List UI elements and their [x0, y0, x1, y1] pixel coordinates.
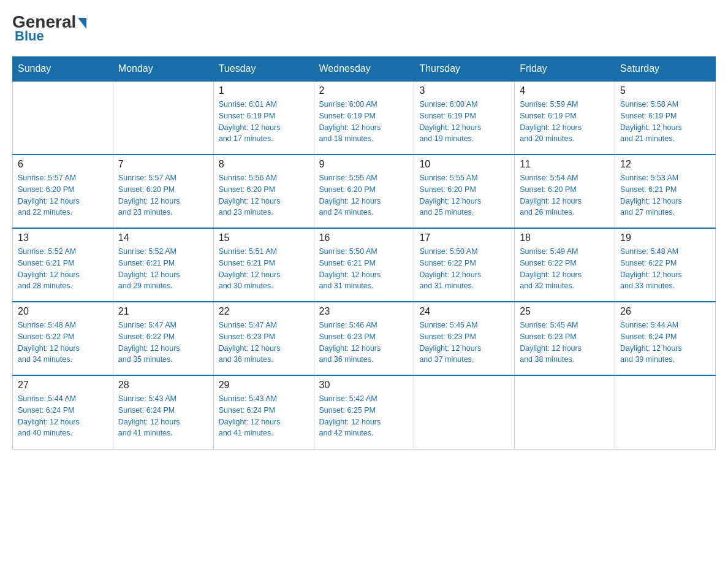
calendar-header-row: SundayMondayTuesdayWednesdayThursdayFrid… — [13, 57, 716, 82]
calendar-header-saturday: Saturday — [615, 57, 716, 82]
calendar-cell: 8Sunrise: 5:56 AMSunset: 6:20 PMDaylight… — [213, 155, 314, 228]
day-number: 15 — [219, 232, 309, 243]
calendar-cell: 24Sunrise: 5:45 AMSunset: 6:23 PMDayligh… — [414, 302, 515, 375]
calendar-cell: 6Sunrise: 5:57 AMSunset: 6:20 PMDaylight… — [13, 155, 113, 228]
day-number: 1 — [219, 85, 309, 96]
day-info: Sunrise: 5:55 AMSunset: 6:20 PMDaylight:… — [419, 172, 509, 218]
calendar-cell: 14Sunrise: 5:52 AMSunset: 6:21 PMDayligh… — [113, 228, 213, 302]
day-info: Sunrise: 5:54 AMSunset: 6:20 PMDaylight:… — [520, 172, 610, 218]
day-number: 12 — [620, 159, 710, 170]
day-number: 20 — [18, 306, 108, 317]
logo-arrow-icon — [78, 18, 86, 29]
day-info: Sunrise: 5:44 AMSunset: 6:24 PMDaylight:… — [620, 320, 710, 366]
day-info: Sunrise: 5:47 AMSunset: 6:23 PMDaylight:… — [219, 320, 309, 366]
day-number: 24 — [419, 306, 509, 317]
calendar-cell: 19Sunrise: 5:48 AMSunset: 6:22 PMDayligh… — [615, 228, 716, 302]
calendar-cell: 9Sunrise: 5:55 AMSunset: 6:20 PMDaylight… — [314, 155, 414, 228]
calendar-cell: 7Sunrise: 5:57 AMSunset: 6:20 PMDaylight… — [113, 155, 213, 228]
calendar-week-row: 13Sunrise: 5:52 AMSunset: 6:21 PMDayligh… — [13, 228, 716, 302]
day-number: 13 — [18, 232, 108, 243]
calendar-week-row: 27Sunrise: 5:44 AMSunset: 6:24 PMDayligh… — [13, 375, 716, 449]
calendar-table: SundayMondayTuesdayWednesdayThursdayFrid… — [12, 56, 716, 450]
day-info: Sunrise: 5:49 AMSunset: 6:22 PMDaylight:… — [520, 246, 610, 292]
day-info: Sunrise: 5:48 AMSunset: 6:22 PMDaylight:… — [18, 320, 108, 366]
calendar-header-monday: Monday — [113, 57, 213, 82]
calendar-header-wednesday: Wednesday — [314, 57, 414, 82]
calendar-header-tuesday: Tuesday — [213, 57, 314, 82]
calendar-week-row: 20Sunrise: 5:48 AMSunset: 6:22 PMDayligh… — [13, 302, 716, 375]
calendar-cell: 2Sunrise: 6:00 AMSunset: 6:19 PMDaylight… — [314, 81, 414, 155]
day-number: 3 — [419, 85, 509, 96]
day-info: Sunrise: 5:55 AMSunset: 6:20 PMDaylight:… — [319, 172, 409, 218]
day-info: Sunrise: 5:45 AMSunset: 6:23 PMDaylight:… — [520, 320, 610, 366]
calendar-cell: 29Sunrise: 5:43 AMSunset: 6:24 PMDayligh… — [213, 375, 314, 449]
day-number: 23 — [319, 306, 409, 317]
day-number: 6 — [18, 159, 108, 170]
calendar-cell: 26Sunrise: 5:44 AMSunset: 6:24 PMDayligh… — [615, 302, 716, 375]
day-info: Sunrise: 6:01 AMSunset: 6:19 PMDaylight:… — [219, 99, 309, 145]
day-info: Sunrise: 5:52 AMSunset: 6:21 PMDaylight:… — [118, 246, 208, 292]
day-info: Sunrise: 5:44 AMSunset: 6:24 PMDaylight:… — [18, 393, 108, 439]
calendar-cell: 13Sunrise: 5:52 AMSunset: 6:21 PMDayligh… — [13, 228, 113, 302]
day-info: Sunrise: 6:00 AMSunset: 6:19 PMDaylight:… — [419, 99, 509, 145]
calendar-cell: 15Sunrise: 5:51 AMSunset: 6:21 PMDayligh… — [213, 228, 314, 302]
day-info: Sunrise: 5:50 AMSunset: 6:22 PMDaylight:… — [419, 246, 509, 292]
calendar-cell: 20Sunrise: 5:48 AMSunset: 6:22 PMDayligh… — [13, 302, 113, 375]
calendar-cell: 23Sunrise: 5:46 AMSunset: 6:23 PMDayligh… — [314, 302, 414, 375]
day-number: 4 — [520, 85, 610, 96]
day-number: 16 — [319, 232, 409, 243]
day-info: Sunrise: 5:43 AMSunset: 6:24 PMDaylight:… — [118, 393, 208, 439]
day-info: Sunrise: 5:57 AMSunset: 6:20 PMDaylight:… — [118, 172, 208, 218]
day-number: 28 — [118, 380, 208, 391]
day-info: Sunrise: 5:47 AMSunset: 6:22 PMDaylight:… — [118, 320, 208, 366]
day-number: 30 — [319, 380, 409, 391]
calendar-cell: 30Sunrise: 5:42 AMSunset: 6:25 PMDayligh… — [314, 375, 414, 449]
day-number: 25 — [520, 306, 610, 317]
day-info: Sunrise: 5:56 AMSunset: 6:20 PMDaylight:… — [219, 172, 309, 218]
day-number: 17 — [419, 232, 509, 243]
day-info: Sunrise: 5:53 AMSunset: 6:21 PMDaylight:… — [620, 172, 710, 218]
day-info: Sunrise: 5:42 AMSunset: 6:25 PMDaylight:… — [319, 393, 409, 439]
day-number: 5 — [620, 85, 710, 96]
calendar-cell: 22Sunrise: 5:47 AMSunset: 6:23 PMDayligh… — [213, 302, 314, 375]
calendar-cell — [414, 375, 515, 449]
day-number: 21 — [118, 306, 208, 317]
calendar-cell: 25Sunrise: 5:45 AMSunset: 6:23 PMDayligh… — [515, 302, 615, 375]
page-header: General Blue — [12, 12, 716, 44]
day-number: 27 — [18, 380, 108, 391]
calendar-cell: 1Sunrise: 6:01 AMSunset: 6:19 PMDaylight… — [213, 81, 314, 155]
day-number: 9 — [319, 159, 409, 170]
day-info: Sunrise: 5:45 AMSunset: 6:23 PMDaylight:… — [419, 320, 509, 366]
day-number: 19 — [620, 232, 710, 243]
day-info: Sunrise: 5:52 AMSunset: 6:21 PMDaylight:… — [18, 246, 108, 292]
day-info: Sunrise: 5:48 AMSunset: 6:22 PMDaylight:… — [620, 246, 710, 292]
logo: General Blue — [12, 12, 86, 44]
calendar-header-friday: Friday — [515, 57, 615, 82]
day-info: Sunrise: 5:51 AMSunset: 6:21 PMDaylight:… — [219, 246, 309, 292]
day-info: Sunrise: 5:59 AMSunset: 6:19 PMDaylight:… — [520, 99, 610, 145]
calendar-cell: 18Sunrise: 5:49 AMSunset: 6:22 PMDayligh… — [515, 228, 615, 302]
day-info: Sunrise: 6:00 AMSunset: 6:19 PMDaylight:… — [319, 99, 409, 145]
day-info: Sunrise: 5:43 AMSunset: 6:24 PMDaylight:… — [219, 393, 309, 439]
calendar-cell — [113, 81, 213, 155]
day-info: Sunrise: 5:57 AMSunset: 6:20 PMDaylight:… — [18, 172, 108, 218]
day-number: 14 — [118, 232, 208, 243]
logo-blue-text: Blue — [15, 28, 44, 44]
day-number: 26 — [620, 306, 710, 317]
day-number: 2 — [319, 85, 409, 96]
day-info: Sunrise: 5:50 AMSunset: 6:21 PMDaylight:… — [319, 246, 409, 292]
calendar-cell: 16Sunrise: 5:50 AMSunset: 6:21 PMDayligh… — [314, 228, 414, 302]
day-number: 10 — [419, 159, 509, 170]
calendar-cell: 27Sunrise: 5:44 AMSunset: 6:24 PMDayligh… — [13, 375, 113, 449]
calendar-cell: 4Sunrise: 5:59 AMSunset: 6:19 PMDaylight… — [515, 81, 615, 155]
calendar-cell: 3Sunrise: 6:00 AMSunset: 6:19 PMDaylight… — [414, 81, 515, 155]
calendar-cell: 12Sunrise: 5:53 AMSunset: 6:21 PMDayligh… — [615, 155, 716, 228]
day-number: 22 — [219, 306, 309, 317]
day-number: 18 — [520, 232, 610, 243]
calendar-cell — [515, 375, 615, 449]
day-info: Sunrise: 5:58 AMSunset: 6:19 PMDaylight:… — [620, 99, 710, 145]
calendar-cell: 5Sunrise: 5:58 AMSunset: 6:19 PMDaylight… — [615, 81, 716, 155]
day-number: 8 — [219, 159, 309, 170]
day-number: 7 — [118, 159, 208, 170]
calendar-week-row: 1Sunrise: 6:01 AMSunset: 6:19 PMDaylight… — [13, 81, 716, 155]
